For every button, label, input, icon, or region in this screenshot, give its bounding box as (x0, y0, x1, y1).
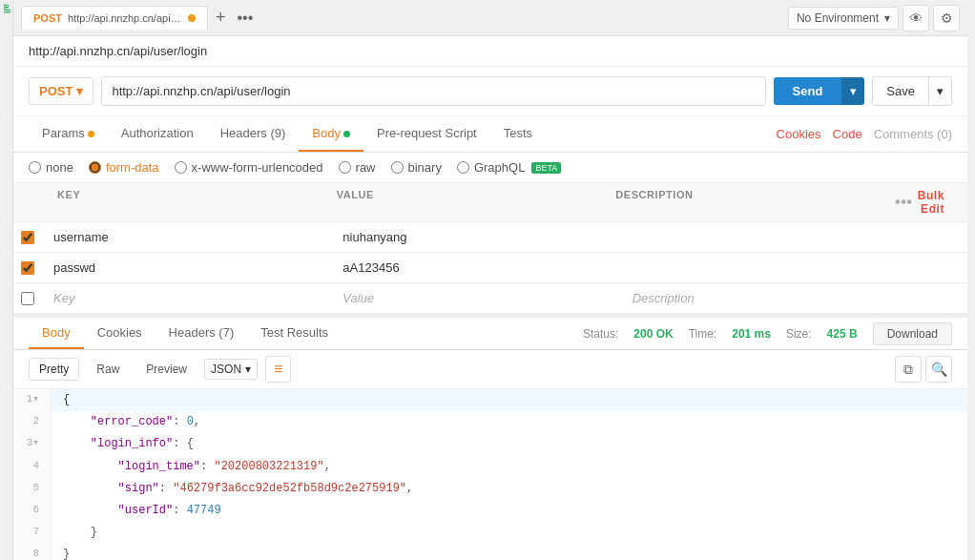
row-key-passwd[interactable]: passwd (42, 253, 331, 282)
tab-modified-dot (188, 14, 196, 22)
params-table: KEY VALUE DESCRIPTION ••• Bulk Edit user… (13, 183, 967, 315)
size-value: 425 B (827, 327, 858, 341)
row-value-empty[interactable]: Value (331, 283, 620, 313)
scrollbar[interactable] (967, 0, 975, 560)
pretty-button[interactable]: Pretty (29, 358, 79, 381)
url-display-text: http://api.nnzhp.cn/api/user/login (29, 44, 207, 58)
row-desc-empty[interactable]: Description (621, 283, 910, 313)
body-type-graphql[interactable]: GraphQLBETA (457, 160, 561, 175)
params-dot (88, 131, 94, 137)
code-line-2: 2 "error_code": 0, (13, 411, 967, 433)
request-bar: POST ▾ Send ▾ Save ▾ (13, 67, 967, 116)
body-type-urlencoded[interactable]: x-www-form-urlencoded (175, 160, 323, 175)
raw-button[interactable]: Raw (87, 359, 129, 380)
code-line-5: 5 "sign": "46279f3a6cc92de52fb58d9c2e275… (13, 478, 967, 500)
row-value-username[interactable]: niuhanyang (331, 222, 620, 252)
comments-link[interactable]: Comments (0) (874, 127, 952, 141)
body-type-none[interactable]: none (29, 160, 73, 175)
table-row: passwd aA123456 (13, 253, 967, 283)
tab-bar: POST http://api.nnzhp.cn/api/user/l... +… (13, 0, 967, 36)
tab-right-links: Cookies Code Comments (0) (777, 127, 952, 141)
add-tab-button[interactable]: + (212, 8, 230, 28)
eye-icon-button[interactable]: 👁 (902, 5, 929, 31)
body-type-bar: none form-data x-www-form-urlencoded raw… (13, 153, 967, 183)
code-line-7: 7 } (13, 522, 967, 544)
method-selector[interactable]: POST ▾ (29, 77, 93, 105)
code-line-1: 1▾ { (13, 389, 967, 411)
key-column-header: KEY (57, 189, 337, 216)
row-checkbox-empty[interactable] (13, 284, 42, 313)
row-checkbox-passwd[interactable] (13, 254, 42, 282)
save-dropdown-button[interactable]: ▾ (929, 76, 952, 106)
search-response-button[interactable]: 🔍 (925, 356, 952, 383)
row-key-empty[interactable]: Key (42, 283, 331, 313)
request-tabs-nav: Params Authorization Headers (9) Body Pr… (13, 116, 967, 153)
time-value: 201 ms (732, 327, 771, 341)
beta-badge: BETA (531, 162, 561, 174)
row-desc-username[interactable] (621, 230, 910, 245)
tab-tests[interactable]: Tests (490, 116, 546, 152)
response-tabs: Body Cookies Headers (7) Test Results St… (13, 315, 967, 350)
response-code-area: 1▾ { 2 "error_code": 0, 3▾ "login_info":… (13, 389, 967, 560)
tab-authorization[interactable]: Authorization (108, 116, 207, 152)
preview-button[interactable]: Preview (136, 359, 197, 380)
code-line-6: 6 "userId": 47749 (13, 500, 967, 522)
method-value: POST (39, 84, 73, 98)
code-line-3: 3▾ "login_info": { (13, 433, 967, 455)
table-header: KEY VALUE DESCRIPTION ••• Bulk Edit (13, 183, 967, 222)
status-value: 200 OK (633, 327, 673, 341)
tab-menu-button[interactable]: ••• (233, 10, 257, 27)
method-chevron-icon: ▾ (76, 84, 83, 98)
tab-method: POST (33, 12, 62, 24)
row-value-passwd[interactable]: aA123456 (331, 253, 620, 282)
bulk-edit-button[interactable]: Bulk Edit (912, 189, 952, 216)
request-tab[interactable]: POST http://api.nnzhp.cn/api/user/l... (21, 6, 208, 30)
format-selector[interactable]: JSON ▾ (204, 359, 258, 380)
response-tab-cookies[interactable]: Cookies (84, 318, 156, 349)
body-type-binary[interactable]: binary (391, 160, 442, 175)
sidebar-badge: all (2, 4, 11, 13)
chevron-down-icon: ▾ (884, 11, 890, 25)
time-label: Time: (689, 327, 717, 341)
status-label: Status: (583, 327, 618, 341)
size-label: Size: (786, 327, 812, 341)
response-status-area: Status: 200 OK Time: 201 ms Size: 425 B … (583, 322, 952, 345)
row-desc-passwd[interactable] (621, 260, 910, 276)
tab-pre-request[interactable]: Pre-request Script (363, 116, 490, 152)
table-row-empty: Key Value Description (13, 283, 967, 314)
tab-params[interactable]: Params (29, 116, 108, 152)
wrap-button[interactable]: ≡ (265, 356, 291, 383)
env-selector[interactable]: No Environment ▾ 👁 ⚙ (788, 5, 960, 31)
save-button-group: Save ▾ (872, 76, 952, 106)
more-options-button[interactable]: ••• (895, 194, 912, 211)
send-button[interactable]: Send (774, 77, 842, 105)
env-label: No Environment (797, 11, 879, 25)
response-tab-test-results[interactable]: Test Results (247, 318, 342, 349)
format-value: JSON (211, 363, 241, 376)
tab-url: http://api.nnzhp.cn/api/user/l... (68, 12, 182, 24)
url-display-bar: http://api.nnzhp.cn/api/user/login (13, 36, 967, 67)
copy-button[interactable]: ⧉ (895, 356, 922, 383)
cookies-link[interactable]: Cookies (777, 127, 821, 141)
body-type-form-data[interactable]: form-data (89, 160, 159, 175)
value-column-header: VALUE (337, 189, 616, 216)
save-button[interactable]: Save (872, 76, 929, 106)
format-chevron-icon: ▾ (245, 363, 251, 376)
settings-icon-button[interactable]: ⚙ (933, 5, 960, 31)
format-bar: Pretty Raw Preview JSON ▾ ≡ ⧉ 🔍 (13, 350, 967, 389)
tab-headers[interactable]: Headers (9) (207, 116, 300, 152)
table-row: username niuhanyang (13, 222, 967, 253)
response-tab-body[interactable]: Body (29, 318, 84, 349)
send-dropdown-button[interactable]: ▾ (841, 77, 864, 105)
response-tab-headers[interactable]: Headers (7) (156, 318, 248, 349)
body-type-raw[interactable]: raw (339, 160, 376, 175)
desc-column-header: DESCRIPTION (615, 189, 895, 216)
row-key-username[interactable]: username (42, 222, 331, 252)
code-link[interactable]: Code (833, 127, 862, 141)
tab-body[interactable]: Body (299, 116, 363, 152)
row-checkbox-username[interactable] (13, 223, 42, 252)
send-button-group: Send ▾ (774, 77, 865, 105)
url-input[interactable] (101, 76, 765, 106)
download-button[interactable]: Download (873, 322, 952, 345)
body-dot (343, 131, 350, 137)
